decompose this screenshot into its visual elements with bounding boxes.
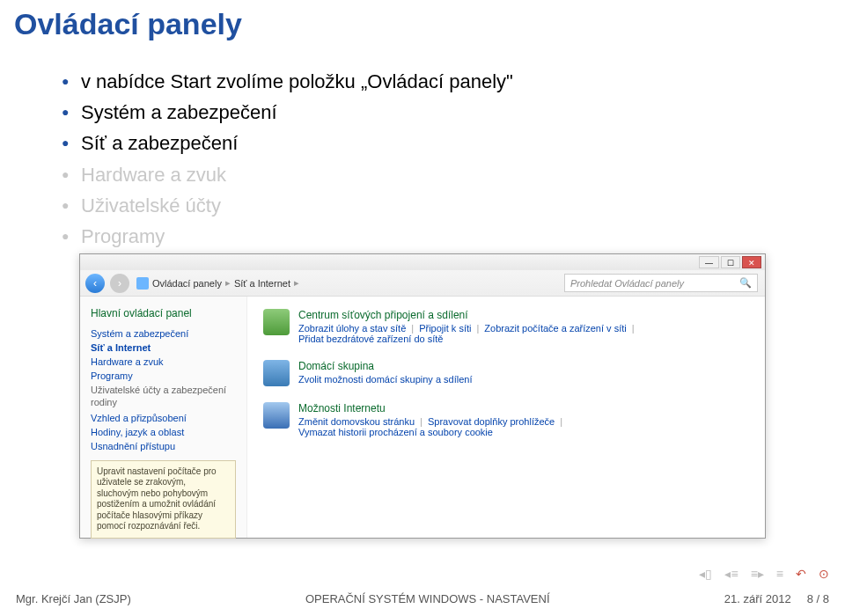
footer-page: 8 / 8 bbox=[807, 592, 829, 605]
breadcrumb[interactable]: Ovládací panely ▸ Síť a Internet ▸ bbox=[136, 277, 547, 290]
sidebar-heading[interactable]: Hlavní ovládací panel bbox=[91, 307, 236, 319]
sidebar-item[interactable]: Programy bbox=[91, 369, 236, 383]
bullet-item: Programy bbox=[62, 221, 845, 252]
breadcrumb-part[interactable]: Síť a Internet bbox=[234, 278, 290, 289]
breadcrumb-part[interactable]: Ovládací panely bbox=[152, 278, 222, 289]
main-pane: Centrum síťových připojení a sdílení Zob… bbox=[247, 297, 765, 538]
footer-title: OPERAČNÍ SYSTÉM WINDOWS - NASTAVENÍ bbox=[131, 592, 724, 605]
control-panel-icon bbox=[136, 277, 149, 290]
group-title[interactable]: Centrum síťových připojení a sdílení bbox=[298, 309, 749, 321]
nav-prev-section-icon[interactable]: ◂▯ bbox=[699, 567, 712, 581]
sidebar-item[interactable]: Systém a zabezpečení bbox=[91, 326, 236, 341]
window-titlebar: — ☐ ✕ bbox=[80, 254, 765, 270]
forward-button[interactable]: › bbox=[110, 274, 129, 293]
control-panel-window: — ☐ ✕ ‹ › Ovládací panely ▸ Síť a Intern… bbox=[79, 253, 766, 539]
minimize-button[interactable]: — bbox=[699, 256, 719, 268]
slide-title: Ovládací panely bbox=[0, 0, 845, 48]
globe-icon bbox=[263, 402, 290, 429]
group-title[interactable]: Domácí skupina bbox=[298, 360, 472, 372]
search-icon: 🔍 bbox=[739, 277, 752, 289]
bullet-item: Uživatelské účty bbox=[62, 190, 845, 221]
close-button[interactable]: ✕ bbox=[742, 256, 761, 268]
bullet-item: v nabídce Start zvolíme položku „Ovládac… bbox=[62, 66, 845, 97]
link[interactable]: Spravovat doplňky prohlížeče bbox=[428, 416, 555, 427]
back-button[interactable]: ‹ bbox=[85, 274, 105, 293]
nav-prev-icon[interactable]: ◂≡ bbox=[724, 567, 738, 581]
footer-author: Mgr. Krejčí Jan (ZSJP) bbox=[16, 592, 131, 605]
sidebar-item[interactable]: Vzhled a přizpůsobení bbox=[91, 411, 236, 425]
beamer-nav-icons: ◂▯ ◂≡ ≡▸ ≡ ↶ ⊙ bbox=[699, 567, 829, 581]
sidebar: Hlavní ovládací panel Systém a zabezpeče… bbox=[80, 297, 247, 538]
nav-search-icon[interactable]: ⊙ bbox=[819, 567, 829, 581]
link[interactable]: Vymazat historii procházení a soubory co… bbox=[298, 427, 493, 437]
nav-next-icon[interactable]: ≡▸ bbox=[751, 567, 764, 581]
link[interactable]: Zobrazit počítače a zařízení v síti bbox=[484, 323, 626, 334]
search-placeholder: Prohledat Ovládací panely bbox=[570, 278, 684, 289]
chevron-right-icon: ▸ bbox=[294, 277, 299, 289]
group-internet-options: Možnosti Internetu Změnit domovskou strá… bbox=[263, 402, 749, 437]
network-icon bbox=[263, 309, 290, 335]
group-homegroup: Domácí skupina Zvolit možnosti domácí sk… bbox=[263, 360, 749, 386]
sidebar-item[interactable]: Usnadnění přístupu bbox=[91, 439, 236, 453]
group-network-sharing: Centrum síťových připojení a sdílení Zob… bbox=[263, 309, 749, 344]
link[interactable]: Změnit domovskou stránku bbox=[298, 416, 415, 427]
tooltip: Upravit nastavení počítače pro uživatele… bbox=[91, 460, 236, 539]
sidebar-item[interactable]: Uživatelské účty a zabezpečení rodiny bbox=[91, 383, 236, 411]
bullet-item: Systém a zabezpečení bbox=[62, 97, 845, 128]
bullet-item: Síť a zabezpečení bbox=[62, 128, 845, 158]
link[interactable]: Přidat bezdrátové zařízení do sítě bbox=[298, 334, 443, 344]
homegroup-icon bbox=[263, 360, 290, 386]
nav-next-section-icon[interactable]: ≡ bbox=[776, 567, 783, 581]
chevron-right-icon: ▸ bbox=[225, 277, 231, 289]
window-nav: ‹ › Ovládací panely ▸ Síť a Internet ▸ P… bbox=[80, 270, 765, 297]
search-input[interactable]: Prohledat Ovládací panely 🔍 bbox=[564, 274, 758, 292]
link[interactable]: Zvolit možnosti domácí skupiny a sdílení bbox=[298, 374, 472, 385]
maximize-button[interactable]: ☐ bbox=[721, 256, 740, 268]
link[interactable]: Zobrazit úlohy a stav sítě bbox=[298, 323, 406, 334]
group-title[interactable]: Možnosti Internetu bbox=[298, 402, 749, 414]
sidebar-item[interactable]: Hardware a zvuk bbox=[91, 355, 236, 369]
slide-footer: Mgr. Krejčí Jan (ZSJP) OPERAČNÍ SYSTÉM W… bbox=[0, 592, 845, 605]
bullet-list: v nabídce Start zvolíme položku „Ovládac… bbox=[0, 48, 845, 252]
sidebar-item[interactable]: Hodiny, jazyk a oblast bbox=[91, 425, 236, 439]
footer-date: 21. září 2012 bbox=[724, 592, 791, 605]
bullet-item: Hardware a zvuk bbox=[62, 159, 845, 190]
nav-back-icon[interactable]: ↶ bbox=[796, 567, 806, 581]
sidebar-item[interactable]: Síť a Internet bbox=[91, 341, 236, 355]
link[interactable]: Připojit k síti bbox=[419, 323, 471, 334]
